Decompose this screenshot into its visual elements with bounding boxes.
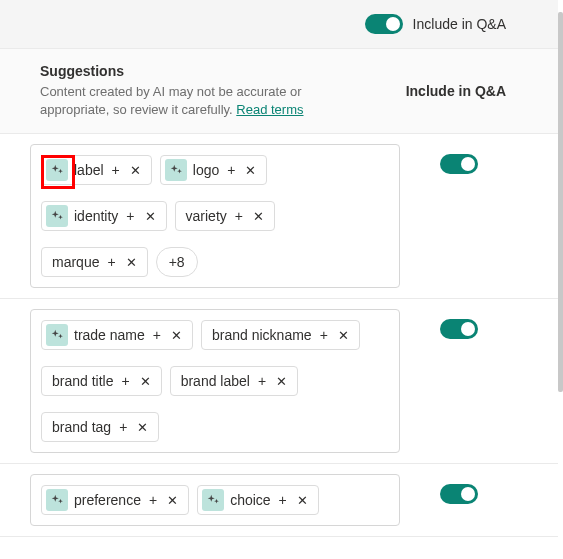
chip-remove-icon[interactable]: ✕ — [124, 255, 139, 270]
chip-remove-icon[interactable]: ✕ — [135, 420, 150, 435]
suggestion-chip-container: trade name+✕brand nickname+✕brand title+… — [30, 309, 400, 453]
chip-remove-icon[interactable]: ✕ — [295, 493, 310, 508]
group-toggle-column — [440, 309, 478, 339]
group-row: preference+✕choice+✕ — [0, 464, 558, 537]
chip-label: label — [74, 162, 104, 178]
more-suggestions-chip[interactable]: +8 — [156, 247, 198, 277]
sparkle-icon — [46, 159, 68, 181]
chip-remove-icon[interactable]: ✕ — [138, 374, 153, 389]
chip-label: brand title — [52, 373, 113, 389]
chip-add-icon[interactable]: + — [318, 327, 330, 343]
subheader: Suggestions Content created by AI may no… — [0, 49, 558, 134]
topbar-toggle-label: Include in Q&A — [413, 16, 506, 32]
chip-add-icon[interactable]: + — [105, 254, 117, 270]
chip-add-icon[interactable]: + — [256, 373, 268, 389]
topbar-toggle-row: Include in Q&A — [365, 14, 506, 34]
chip-label: trade name — [74, 327, 145, 343]
group-include-toggle[interactable] — [440, 484, 478, 504]
group-row: trade name+✕brand nickname+✕brand title+… — [0, 299, 558, 464]
chip-add-icon[interactable]: + — [124, 208, 136, 224]
chip-label: variety — [186, 208, 227, 224]
suggestion-chip[interactable]: preference+✕ — [41, 485, 189, 515]
chip-label: marque — [52, 254, 99, 270]
sparkle-icon — [46, 324, 68, 346]
chip-label: brand nickname — [212, 327, 312, 343]
chip-label: brand label — [181, 373, 250, 389]
chip-label: logo — [193, 162, 219, 178]
suggestions-help: Content created by AI may not be accurat… — [40, 83, 370, 119]
sparkle-icon — [46, 205, 68, 227]
suggestion-chip[interactable]: brand tag+✕ — [41, 412, 159, 442]
topbar-include-toggle[interactable] — [365, 14, 403, 34]
chip-add-icon[interactable]: + — [225, 162, 237, 178]
suggestion-chip[interactable]: marque+✕ — [41, 247, 148, 277]
chip-remove-icon[interactable]: ✕ — [165, 493, 180, 508]
chip-remove-icon[interactable]: ✕ — [243, 163, 258, 178]
chip-label: choice — [230, 492, 270, 508]
suggestions-title: Suggestions — [40, 63, 370, 79]
suggestion-chip[interactable]: logo+✕ — [160, 155, 268, 185]
group-row: label+✕logo+✕identity+✕variety+✕marque+✕… — [0, 134, 558, 299]
include-column-header: Include in Q&A — [406, 83, 506, 99]
suggestion-chip[interactable]: identity+✕ — [41, 201, 167, 231]
suggestion-chip[interactable]: variety+✕ — [175, 201, 275, 231]
sparkle-icon — [46, 489, 68, 511]
chip-add-icon[interactable]: + — [233, 208, 245, 224]
suggestion-chip[interactable]: brand label+✕ — [170, 366, 298, 396]
group-toggle-column — [440, 474, 478, 504]
chip-remove-icon[interactable]: ✕ — [128, 163, 143, 178]
suggestion-chip-container: preference+✕choice+✕ — [30, 474, 400, 526]
chip-remove-icon[interactable]: ✕ — [251, 209, 266, 224]
chip-remove-icon[interactable]: ✕ — [336, 328, 351, 343]
chip-label: preference — [74, 492, 141, 508]
read-terms-link[interactable]: Read terms — [236, 102, 303, 117]
chip-remove-icon[interactable]: ✕ — [169, 328, 184, 343]
chip-label: identity — [74, 208, 118, 224]
chip-add-icon[interactable]: + — [110, 162, 122, 178]
sparkle-icon — [202, 489, 224, 511]
topbar: Include in Q&A — [0, 0, 558, 49]
group-include-toggle[interactable] — [440, 154, 478, 174]
scrollbar[interactable] — [558, 12, 563, 392]
chip-add-icon[interactable]: + — [277, 492, 289, 508]
suggestion-chip[interactable]: brand title+✕ — [41, 366, 162, 396]
suggestion-chip[interactable]: label+✕ — [41, 155, 152, 185]
chip-add-icon[interactable]: + — [117, 419, 129, 435]
suggestion-chip-container: label+✕logo+✕identity+✕variety+✕marque+✕… — [30, 144, 400, 288]
chip-label: brand tag — [52, 419, 111, 435]
chip-add-icon[interactable]: + — [151, 327, 163, 343]
group-include-toggle[interactable] — [440, 319, 478, 339]
chip-add-icon[interactable]: + — [119, 373, 131, 389]
chip-add-icon[interactable]: + — [147, 492, 159, 508]
suggestion-chip[interactable]: trade name+✕ — [41, 320, 193, 350]
chip-remove-icon[interactable]: ✕ — [274, 374, 289, 389]
suggestion-chip[interactable]: brand nickname+✕ — [201, 320, 360, 350]
sparkle-icon — [165, 159, 187, 181]
group-toggle-column — [440, 144, 478, 174]
suggestion-chip[interactable]: choice+✕ — [197, 485, 319, 515]
chip-remove-icon[interactable]: ✕ — [143, 209, 158, 224]
